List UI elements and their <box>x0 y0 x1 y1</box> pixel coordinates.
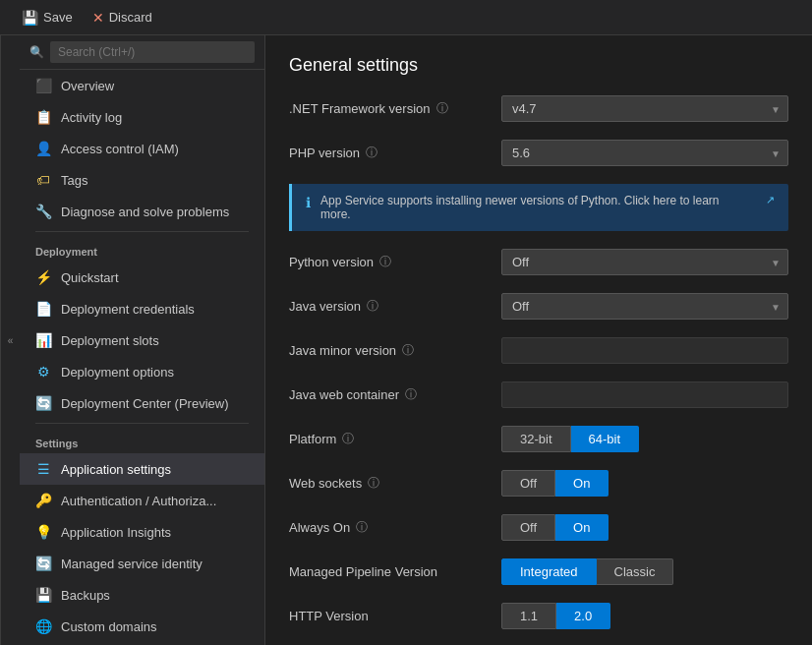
http-version-20-button[interactable]: 2.0 <box>556 603 610 629</box>
java-web-container-info-icon[interactable]: ⓘ <box>405 386 417 403</box>
save-icon: 💾 <box>22 10 38 26</box>
python-info-icon[interactable]: ⓘ <box>379 254 391 270</box>
http-version-label: HTTP Version <box>289 609 486 623</box>
sidebar-item-app-insights[interactable]: 💡 Application Insights <box>20 516 264 548</box>
overview-icon: ⬛ <box>35 78 51 93</box>
platform-64bit-button[interactable]: 64-bit <box>571 426 640 452</box>
sidebar-item-overview[interactable]: ⬛ Overview <box>20 70 264 101</box>
python-control: Off 2.7 3.4 ▼ <box>501 249 788 275</box>
java-version-select[interactable]: Off 1.7 1.8 <box>501 293 788 320</box>
deployment-slots-icon: 📊 <box>35 332 51 348</box>
dotnet-version-select[interactable]: v2.0 v3.5 v4.7 <box>501 95 788 122</box>
always-on-label: Always On ⓘ <box>289 519 486 536</box>
sidebar-item-managed-service[interactable]: 🔄 Managed service identity <box>20 548 264 579</box>
managed-pipeline-toggle-group: Integrated Classic <box>501 558 788 585</box>
sidebar-item-deployment-options[interactable]: ⚙ Deployment options <box>20 356 264 387</box>
web-sockets-control: Off On <box>501 470 788 497</box>
java-minor-control <box>501 337 788 364</box>
sidebar-item-label: Managed service identity <box>61 557 203 571</box>
app-insights-icon: 💡 <box>35 524 51 540</box>
python-label: Python version ⓘ <box>289 254 486 270</box>
sidebar-item-access-control[interactable]: 👤 Access control (IAM) <box>20 133 264 164</box>
sidebar-item-deployment-credentials[interactable]: 📄 Deployment credentials <box>20 293 264 324</box>
sidebar-item-custom-domains[interactable]: 🌐 Custom domains <box>20 611 264 642</box>
python-banner-icon: ℹ <box>306 195 311 210</box>
tags-icon: 🏷 <box>35 172 51 188</box>
http-version-11-button[interactable]: 1.1 <box>501 603 556 629</box>
sidebar-item-label: Deployment options <box>61 365 174 380</box>
sidebar-item-label: Overview <box>61 79 114 93</box>
always-on-on-button[interactable]: On <box>555 514 609 541</box>
setting-row-python: Python version ⓘ Off 2.7 3.4 ▼ <box>289 249 788 275</box>
java-web-container-control <box>501 381 788 408</box>
sidebar-item-deployment-center[interactable]: 🔄 Deployment Center (Preview) <box>20 387 264 419</box>
search-input[interactable] <box>50 41 255 63</box>
java-label: Java version ⓘ <box>289 298 486 315</box>
java-web-container-label: Java web container ⓘ <box>289 386 486 403</box>
save-button[interactable]: 💾 Save <box>12 6 83 29</box>
sidebar-item-label: Deployment Center (Preview) <box>61 396 229 411</box>
always-on-off-button[interactable]: Off <box>501 514 555 541</box>
sidebar-item-application-settings[interactable]: ☰ Application settings <box>20 453 264 485</box>
external-link-icon[interactable]: ↗ <box>766 194 775 206</box>
platform-info-icon[interactable]: ⓘ <box>342 431 354 447</box>
auth-icon: 🔑 <box>35 493 51 508</box>
sidebar-item-label: Deployment slots <box>61 333 159 348</box>
deployment-options-icon: ⚙ <box>35 364 51 380</box>
dotnet-label: .NET Framework version ⓘ <box>289 100 486 117</box>
php-dropdown-wrapper: Off 5.5 5.6 7.0 7.1 7.2 ▼ <box>501 140 788 166</box>
sidebar-item-quickstart[interactable]: ⚡ Quickstart <box>20 262 264 293</box>
deployment-divider <box>35 231 249 232</box>
backups-icon: 💾 <box>35 587 51 603</box>
deployment-section-header: Deployment <box>20 236 264 262</box>
python-info-banner: ℹ App Service supports installing newer … <box>289 184 788 231</box>
sidebar-item-backups[interactable]: 💾 Backups <box>20 579 264 611</box>
managed-pipeline-control: Integrated Classic <box>501 558 788 585</box>
managed-service-icon: 🔄 <box>35 556 51 571</box>
discard-label: Discard <box>109 10 152 25</box>
content-area: General settings .NET Framework version … <box>265 35 812 645</box>
php-version-select[interactable]: Off 5.5 5.6 7.0 7.1 7.2 <box>501 140 788 166</box>
platform-label: Platform ⓘ <box>289 431 486 447</box>
managed-pipeline-label: Managed Pipeline Version <box>289 564 486 579</box>
java-info-icon[interactable]: ⓘ <box>367 298 378 315</box>
toolbar: 💾 Save ✕ Discard <box>0 0 812 35</box>
sidebar-item-auth[interactable]: 🔑 Authentication / Authoriza... <box>20 485 264 516</box>
sidebar-item-label: Backups <box>61 588 110 603</box>
settings-section-header: Settings <box>20 428 264 453</box>
search-icon: 🔍 <box>29 45 44 59</box>
java-web-container-input <box>501 381 788 408</box>
php-info-icon[interactable]: ⓘ <box>366 145 377 161</box>
sidebar-item-label: Tags <box>61 173 87 188</box>
page-title: General settings <box>289 55 788 76</box>
settings-divider <box>35 423 249 424</box>
dotnet-info-icon[interactable]: ⓘ <box>436 100 448 117</box>
sidebar-item-label: Activity log <box>61 110 122 125</box>
dotnet-dropdown-wrapper: v2.0 v3.5 v4.7 ▼ <box>501 95 788 122</box>
platform-32bit-button[interactable]: 32-bit <box>501 426 571 452</box>
managed-pipeline-classic-button[interactable]: Classic <box>597 558 674 585</box>
setting-row-managed-pipeline: Managed Pipeline Version Integrated Clas… <box>289 558 788 585</box>
setting-row-php: PHP version ⓘ Off 5.5 5.6 7.0 7.1 7.2 ▼ <box>289 140 788 166</box>
platform-toggle-group: 32-bit 64-bit <box>501 426 788 452</box>
python-version-select[interactable]: Off 2.7 3.4 <box>501 249 788 275</box>
sidebar-item-label: Custom domains <box>61 619 157 634</box>
discard-button[interactable]: ✕ Discard <box>83 6 162 29</box>
java-minor-info-icon[interactable]: ⓘ <box>402 342 414 359</box>
python-banner-text: App Service supports installing newer ve… <box>320 194 752 221</box>
sidebar-item-deployment-slots[interactable]: 📊 Deployment slots <box>20 324 264 356</box>
managed-pipeline-integrated-button[interactable]: Integrated <box>501 558 597 585</box>
java-minor-input <box>501 337 788 364</box>
sidebar-item-tags[interactable]: 🏷 Tags <box>20 164 264 196</box>
discard-icon: ✕ <box>92 10 104 26</box>
sidebar-item-activity-log[interactable]: 📋 Activity log <box>20 101 264 133</box>
sidebar-collapse-button[interactable]: « <box>0 35 20 645</box>
always-on-info-icon[interactable]: ⓘ <box>356 519 368 536</box>
web-sockets-off-button[interactable]: Off <box>501 470 555 497</box>
web-sockets-info-icon[interactable]: ⓘ <box>368 475 379 492</box>
web-sockets-on-button[interactable]: On <box>555 470 609 497</box>
sidebar: 🔍 ⬛ Overview 📋 Activity log 👤 Access con… <box>20 35 265 645</box>
sidebar-item-label: Access control (IAM) <box>61 142 179 156</box>
sidebar-item-diagnose[interactable]: 🔧 Diagnose and solve problems <box>20 196 264 227</box>
search-bar: 🔍 <box>20 35 264 70</box>
